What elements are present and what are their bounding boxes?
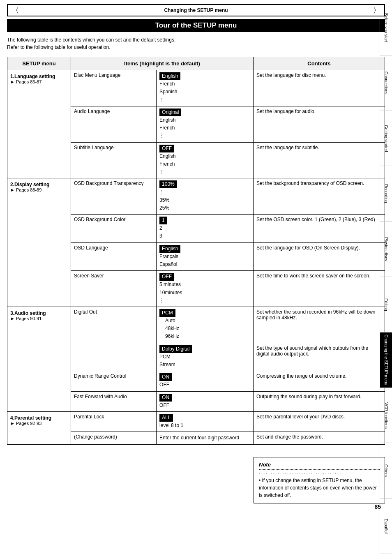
contents-osd-color: Set the OSD screen color. 1 (Green), 2 (… (254, 215, 385, 243)
table-row: 4.Parental setting ► Pages 92-93 Parenta… (7, 411, 385, 432)
table-header-row: SETUP menu Items (highlight is the defau… (7, 57, 385, 70)
contents-change-password: Set and change the password. (254, 432, 385, 444)
col-header-contents: Contents (254, 57, 385, 70)
values-fast-forward-audio: ON OFF (157, 391, 254, 411)
values-disc-menu-lang: English French Spanish ⋮ (157, 70, 254, 106)
item-screen-saver: Screen Saver (71, 271, 157, 307)
sidebar-vcr-functions: VCR functions (380, 388, 392, 443)
item-disc-menu-lang: Disc Menu Language (71, 70, 157, 106)
page-wrapper: Changing the SETUP menu Tour of the SETU… (7, 0, 385, 514)
contents-audio-lang: Set the language for audio. (254, 106, 385, 142)
note-title: Note (259, 462, 380, 468)
table-row: 2.Display setting ► Pages 88-89 OSD Back… (7, 178, 385, 215)
section-title: Tour of the SETUP menu (7, 19, 385, 32)
right-sidebar: Before you start Connections Getting sta… (380, 0, 392, 554)
item-osd-color: OSD Background Color (71, 215, 157, 243)
sidebar-getting-started: Getting started (380, 111, 392, 166)
item-osd-lang: OSD Language (71, 242, 157, 271)
sidebar-editing: Editing (380, 277, 392, 332)
values-parental-lock: ALL level 8 to 1 (157, 411, 254, 432)
contents-digital-out-pcm: Set whether the sound recorded in 96kHz … (254, 307, 385, 343)
setup-table: SETUP menu Items (highlight is the defau… (7, 57, 385, 445)
contents-osd-lang: Set the language for OSD (On Screen Disp… (254, 242, 385, 271)
contents-osd-transparency: Set the background transparency of OSD s… (254, 178, 385, 215)
contents-subtitle-lang: Set the language for subtitle. (254, 142, 385, 178)
contents-screen-saver: Set the time to work the screen saver on… (254, 271, 385, 307)
item-audio-lang: Audio Language (71, 106, 157, 142)
sidebar-espanol: Español (380, 499, 392, 554)
intro-text: The following table is the contents whic… (7, 36, 385, 51)
contents-disc-menu-lang: Set the language for disc menu. (254, 70, 385, 106)
note-box: Note ...................................… (254, 457, 385, 503)
contents-fast-forward-audio: Outputting the sound during play in fast… (254, 391, 385, 411)
menu-audio: 3.Audio setting ► Pages 90-91 (7, 307, 71, 411)
item-fast-forward-audio: Fast Forward with Audio (71, 391, 157, 411)
item-osd-transparency: OSD Background Transparency (71, 178, 157, 215)
values-digital-out-pcm: PCM Auto 48kHz 96kHz (157, 307, 254, 343)
menu-parental: 4.Parental setting ► Pages 92-93 (7, 411, 71, 444)
note-dots: ................................... (259, 469, 380, 474)
values-osd-lang: English Français Español (157, 242, 254, 271)
values-audio-lang: Original English French ⋮ (157, 106, 254, 142)
sidebar-recording: Recording (380, 166, 392, 222)
values-digital-out-dolby: Dolby Digital PCM Stream (157, 343, 254, 371)
item-digital-out: Digital Out (71, 307, 157, 371)
col-header-menu: SETUP menu (7, 57, 71, 70)
contents-digital-out-dolby: Set the type of sound signal which outpu… (254, 343, 385, 371)
values-osd-transparency: 100% ⋮ 35% 25% (157, 178, 254, 215)
values-osd-color: 1 2 3 (157, 215, 254, 243)
note-text: • If you change the setting in SETUP men… (259, 477, 380, 499)
table-row: 3.Audio setting ► Pages 90-91 Digital Ou… (7, 307, 385, 343)
values-screen-saver: OFF 5 minutes 10minutes ⋮ (157, 271, 254, 307)
item-dynamic-range: Dynamic Range Control (71, 371, 157, 391)
values-subtitle-lang: OFF English French ⋮ (157, 142, 254, 178)
item-parental-lock: Parental Lock (71, 411, 157, 432)
menu-language: 1.Language setting ► Pages 86-87 (7, 70, 71, 178)
sidebar-connections: Connections (380, 55, 392, 111)
table-row: 1.Language setting ► Pages 86-87 Disc Me… (7, 70, 385, 106)
col-header-items: Items (highlight is the default) (71, 57, 254, 70)
contents-parental-lock: Set the parental level of your DVD discs… (254, 411, 385, 432)
menu-display: 2.Display setting ► Pages 88-89 (7, 178, 71, 307)
page-number: 85 (7, 503, 385, 510)
sidebar-changing-setup: Changing the SETUP menu (380, 332, 392, 388)
sidebar-playing-discs: Playing discs (380, 222, 392, 277)
sidebar-others: Others (380, 443, 392, 499)
item-change-password: (Change password) (71, 432, 157, 444)
item-subtitle-lang: Subtitle Language (71, 142, 157, 178)
values-change-password: Enter the current four-digit password (157, 432, 254, 444)
main-title: Changing the SETUP menu (7, 4, 385, 16)
contents-dynamic-range: Compressing the range of sound volume. (254, 371, 385, 391)
values-dynamic-range: ON OFF (157, 371, 254, 391)
